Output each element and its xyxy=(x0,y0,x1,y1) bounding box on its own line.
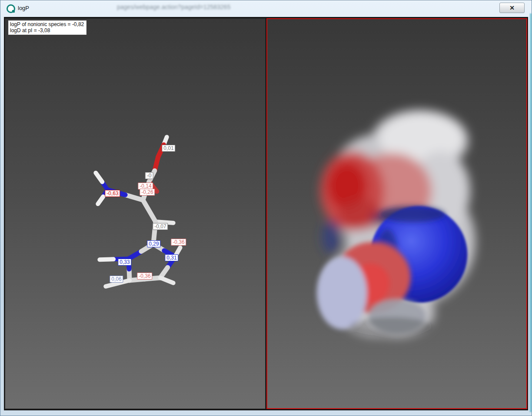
window-title: logP xyxy=(18,5,29,11)
logp-info-box: logP of nonionic species = -0,82 logD at… xyxy=(9,21,86,34)
content-area: 0,01-0-0,14-0,26-0,63-0,070,29-0,360,310… xyxy=(4,17,528,410)
background-page-text: pages/webpage.action?pageId=12583265 xyxy=(117,3,230,10)
logp-window: pages/webpage.action?pageId=12583265 log… xyxy=(0,0,532,416)
close-icon: ✕ xyxy=(509,4,515,11)
atom-label: -0,36 xyxy=(171,239,186,246)
atom-label: 0,01 xyxy=(162,145,175,152)
info-line-logp: logP of nonionic species = -0,82 xyxy=(10,21,84,27)
atom-label: -0 xyxy=(145,172,153,179)
background-page-edge xyxy=(530,13,532,412)
atom-label: 0,06 xyxy=(110,276,123,283)
atom-labels-layer: 0,01-0-0,14-0,26-0,63-0,070,29-0,360,310… xyxy=(5,19,265,409)
titlebar[interactable]: pages/webpage.action?pageId=12583265 log… xyxy=(0,0,532,17)
atom-label: 0,31 xyxy=(165,254,178,261)
atom-label: 0,33 xyxy=(118,259,131,266)
app-icon[interactable] xyxy=(7,4,15,13)
atom-label: -0,07 xyxy=(153,223,168,230)
structure-panel[interactable]: 0,01-0-0,14-0,26-0,63-0,070,29-0,360,310… xyxy=(5,18,266,409)
molecular-surface xyxy=(267,19,526,408)
atom-label: -0,26 xyxy=(140,189,155,196)
atom-label: -0,63 xyxy=(105,190,120,197)
atom-label: -0,36 xyxy=(137,273,152,280)
atom-label: 0,29 xyxy=(147,240,160,247)
close-button[interactable]: ✕ xyxy=(499,3,525,13)
info-line-logd: logD at pI = -3,08 xyxy=(10,27,84,33)
surface-panel[interactable] xyxy=(266,18,527,409)
